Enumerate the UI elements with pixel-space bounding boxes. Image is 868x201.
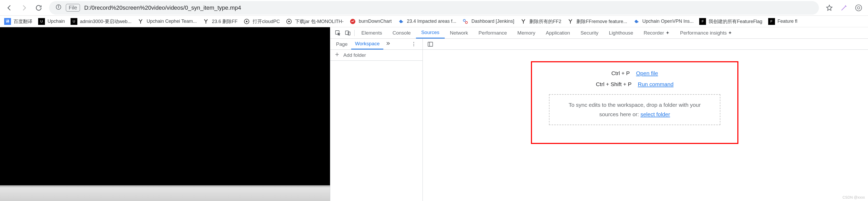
bookmark-label: admin3000-要启动web... xyxy=(80,18,131,25)
bookmark-item[interactable]: FFeature fl xyxy=(768,18,798,25)
select-folder-link[interactable]: select folder xyxy=(641,111,670,117)
bookmark-item[interactable]: Dashboard [Jenkins] xyxy=(462,18,514,25)
devtools-tab-memory[interactable]: Memory xyxy=(512,27,540,38)
devtools-tab-security[interactable]: Security xyxy=(576,27,604,38)
run-command-link[interactable]: Run command xyxy=(638,81,674,87)
bookmark-label: burnDownChart xyxy=(359,19,392,24)
bookmark-label: 打开cloudPC xyxy=(253,18,280,25)
bookmark-item[interactable]: Upchain Cephei Team... xyxy=(137,18,197,25)
bookmark-label: 23.6 删除FF xyxy=(212,18,238,25)
reload-button[interactable] xyxy=(34,4,43,12)
drop-zone[interactable]: To sync edits to the workspace, drop a f… xyxy=(549,94,720,125)
bookmark-label: Dashboard [Jenkins] xyxy=(471,19,514,24)
devtools-tab-sources[interactable]: Sources xyxy=(416,27,445,38)
inspect-element-icon[interactable] xyxy=(333,28,343,38)
file-badge: File xyxy=(66,4,80,11)
watermark-text: CSDN @xxxx xyxy=(842,195,865,199)
svg-point-2 xyxy=(58,6,59,6)
svg-point-11 xyxy=(465,22,467,24)
bookmark-item[interactable]: 下载jar 包-MONOLITH- xyxy=(286,18,344,25)
devtools-tab-performance[interactable]: Performance xyxy=(473,27,512,38)
toggle-navigator-icon[interactable] xyxy=(425,39,435,49)
open-file-link[interactable]: Open file xyxy=(636,70,658,77)
bookmark-label: 23.4 Impacted areas f... xyxy=(407,19,456,24)
sources-sidebar: Page Workspace ⋮ Add folder xyxy=(330,39,423,201)
bookmark-item[interactable]: 删除FFremove feature... xyxy=(567,18,627,25)
devtools-tab-application[interactable]: Application xyxy=(540,27,576,38)
svg-point-3 xyxy=(856,5,862,11)
subtab-page[interactable]: Page xyxy=(332,39,351,50)
video-frame-taskbar xyxy=(0,185,330,201)
browser-nav-bar: File D:/0record%20screen%20video/videos/… xyxy=(0,0,868,16)
devtools-tab-recorder[interactable]: Recorder ✦ xyxy=(638,27,675,38)
video-content[interactable] xyxy=(0,27,330,201)
svg-point-6 xyxy=(246,21,247,22)
info-icon[interactable] xyxy=(55,4,62,12)
bookmarks-bar: 译百度翻译UUpchainUadmin3000-要启动web...Upchain… xyxy=(0,16,868,27)
sources-subtabs: Page Workspace ⋮ xyxy=(330,39,423,50)
plus-icon xyxy=(335,52,340,58)
devtools-tab-performance-insights[interactable]: Performance insights ✦ xyxy=(675,27,738,38)
bookmark-item[interactable]: 23.4 Impacted areas f... xyxy=(397,18,456,25)
devtools-tab-console[interactable]: Console xyxy=(387,27,416,38)
more-subtabs-icon[interactable] xyxy=(385,41,391,47)
star-bookmark-icon[interactable] xyxy=(825,4,834,12)
bookmark-item[interactable]: 打开cloudPC xyxy=(243,18,280,25)
bookmark-item[interactable]: 删除所有的FF2 xyxy=(520,18,561,25)
devtools-header: ElementsConsoleSourcesNetworkPerformance… xyxy=(330,27,868,39)
svg-point-4 xyxy=(857,6,860,9)
bookmark-item[interactable]: F我创建的所有FeatureFlag xyxy=(699,18,762,25)
add-folder-button[interactable]: Add folder xyxy=(330,50,423,61)
bookmark-item[interactable]: Upchain OpenVPN Ins... xyxy=(633,18,693,25)
add-folder-label: Add folder xyxy=(343,52,366,58)
svg-rect-15 xyxy=(428,42,433,46)
devtools-tab-network[interactable]: Network xyxy=(445,27,473,38)
bookmark-item[interactable]: 23.6 删除FF xyxy=(203,18,238,25)
devtools-tab-elements[interactable]: Elements xyxy=(356,27,387,38)
profile-circle-icon[interactable] xyxy=(855,4,863,12)
bookmark-label: Upchain xyxy=(48,19,65,24)
main-area: ElementsConsoleSourcesNetworkPerformance… xyxy=(0,27,868,201)
pen-extension-icon[interactable] xyxy=(840,4,848,12)
kebab-menu-icon[interactable]: ⋮ xyxy=(408,41,421,47)
bookmark-item[interactable]: 译百度翻译 xyxy=(4,18,32,25)
bookmark-label: 下载jar 包-MONOLITH- xyxy=(295,18,344,25)
forward-button[interactable] xyxy=(20,4,28,12)
bookmark-item[interactable]: burnDownChart xyxy=(349,18,392,25)
url-text: D:/0record%20screen%20video/videos/0_syn… xyxy=(84,4,241,11)
svg-point-10 xyxy=(463,19,465,22)
bookmark-label: Upchain OpenVPN Ins... xyxy=(642,19,693,24)
address-bar[interactable]: File D:/0record%20screen%20video/videos/… xyxy=(49,1,819,15)
sources-editor-area: Ctrl + P Open file Ctrl + Shift + P Run … xyxy=(423,39,868,201)
bookmark-item[interactable]: UUpchain xyxy=(38,18,65,25)
devtools-tab-lighthouse[interactable]: Lighthouse xyxy=(603,27,638,38)
back-button[interactable] xyxy=(5,4,13,12)
devtools-panel: ElementsConsoleSourcesNetworkPerformance… xyxy=(330,27,868,201)
bookmark-label: Upchain Cephei Team... xyxy=(147,19,197,24)
open-file-shortcut: Ctrl + P xyxy=(612,70,630,77)
subtab-workspace[interactable]: Workspace xyxy=(351,39,383,50)
svg-point-8 xyxy=(288,21,290,22)
bookmark-label: 删除所有的FF2 xyxy=(529,18,561,25)
bookmark-label: 删除FFremove feature... xyxy=(577,18,627,25)
bookmark-label: Feature fl xyxy=(778,19,798,24)
bookmark-label: 百度翻译 xyxy=(13,18,32,25)
highlighted-hint-box: Ctrl + P Open file Ctrl + Shift + P Run … xyxy=(531,61,738,144)
bookmark-label: 我创建的所有FeatureFlag xyxy=(709,18,762,25)
drop-zone-text: To sync edits to the workspace, drop a f… xyxy=(568,102,701,117)
run-command-shortcut: Ctrl + Shift + P xyxy=(596,81,631,87)
bookmark-item[interactable]: Uadmin3000-要启动web... xyxy=(70,18,131,25)
device-toggle-icon[interactable] xyxy=(343,28,353,38)
